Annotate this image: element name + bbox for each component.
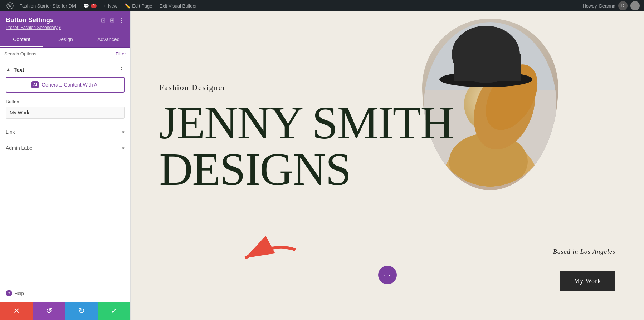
cancel-button[interactable]: ✕ (0, 302, 33, 320)
red-arrow-indicator (230, 222, 303, 292)
search-input[interactable] (4, 51, 109, 56)
tab-content[interactable]: Content (0, 33, 43, 47)
fashion-text-area: Fashion Designer JENNY SMITH DESIGNS (159, 83, 453, 192)
site-name[interactable]: Fashion Starter Site for Divi (16, 3, 80, 9)
svg-rect-14 (454, 54, 521, 81)
panel-icon-more[interactable]: ⋮ (119, 17, 125, 24)
admin-label-section-header[interactable]: Admin Label ▾ (6, 145, 125, 151)
my-work-button[interactable]: My Work (560, 271, 615, 291)
edit-page-item[interactable]: ✏️ Edit Page (121, 3, 156, 9)
text-section-title: Text (14, 67, 24, 73)
fashion-tagline: Based in Los Angeles (553, 248, 615, 256)
admin-label-chevron-icon: ▾ (122, 146, 125, 151)
panel-icon-responsive[interactable]: ⊡ (101, 17, 106, 24)
bottom-action-bar: ✕ ↺ ↻ ✓ (0, 302, 130, 320)
wp-admin-bar: W Fashion Starter Site for Divi 💬 0 + Ne… (0, 0, 644, 11)
ai-icon: AI (31, 81, 39, 88)
wp-logo-icon[interactable]: W (4, 0, 16, 11)
tab-design[interactable]: Design (43, 33, 87, 47)
dots-circle-button[interactable]: ··· (378, 266, 397, 284)
tab-advanced[interactable]: Advanced (87, 33, 130, 47)
help-icon: ? (6, 290, 12, 296)
pencil-icon: ✏️ (125, 3, 130, 9)
fashion-name: JENNY SMITH DESIGNS (159, 99, 453, 192)
panel-preset[interactable]: Preset: Fashion Secondary ▾ (6, 25, 125, 30)
redo-button[interactable]: ↻ (65, 302, 98, 320)
text-section-menu[interactable]: ⋮ (118, 66, 125, 73)
button-field-label: Button (6, 99, 125, 104)
svg-text:W: W (8, 4, 12, 8)
admin-label-section-title: Admin Label (6, 145, 34, 151)
confirm-button[interactable]: ✓ (98, 302, 130, 320)
text-section-toggle[interactable]: ▲ (6, 67, 11, 72)
panel-icon-columns[interactable]: ⊞ (110, 17, 114, 24)
avatar-img (630, 1, 640, 10)
comment-count-item[interactable]: 💬 0 (80, 3, 100, 9)
user-info[interactable]: Howdy, Deanna D (582, 1, 640, 10)
fashion-page: Fashion Designer JENNY SMITH DESIGNS Bas… (131, 11, 644, 320)
new-item[interactable]: + New (100, 3, 121, 9)
link-section-title: Link (6, 129, 15, 135)
fashion-subtitle: Fashion Designer (159, 83, 453, 92)
comment-badge: 0 (91, 4, 97, 8)
panel-header-icons: ⊡ ⊞ ⋮ (101, 17, 125, 24)
link-section-header[interactable]: Link ▾ (6, 129, 125, 135)
left-panel: Button Settings ⊡ ⊞ ⋮ Preset: Fashion Se… (0, 11, 131, 320)
undo-button[interactable]: ↺ (33, 302, 65, 320)
search-bar: + Filter (0, 48, 130, 60)
button-field-group: Button (6, 99, 125, 119)
filter-button[interactable]: + Filter (112, 51, 126, 56)
panel-header: Button Settings ⊡ ⊞ ⋮ Preset: Fashion Se… (0, 11, 130, 33)
plus-icon: + (104, 3, 107, 9)
panel-content: ▲ Text ⋮ AI Generate Content With AI But… (0, 60, 130, 284)
canvas-area: Fashion Designer JENNY SMITH DESIGNS Bas… (131, 11, 644, 320)
help-section[interactable]: ? Help (0, 284, 130, 302)
admin-label-section: Admin Label ▾ (6, 140, 125, 151)
avatar: D (618, 1, 628, 10)
exit-builder-item[interactable]: Exit Visual Builder (156, 3, 201, 9)
comment-icon: 💬 (83, 3, 89, 9)
link-chevron-icon: ▾ (122, 129, 125, 135)
link-section: Link ▾ (6, 124, 125, 135)
text-section-heading: ▲ Text ⋮ (6, 66, 125, 73)
panel-tabs: Content Design Advanced (0, 33, 130, 48)
generate-ai-button[interactable]: AI Generate Content With AI (6, 77, 125, 93)
panel-title: Button Settings (6, 16, 54, 24)
main-layout: Button Settings ⊡ ⊞ ⋮ Preset: Fashion Se… (0, 11, 644, 320)
button-text-input[interactable] (6, 107, 125, 119)
